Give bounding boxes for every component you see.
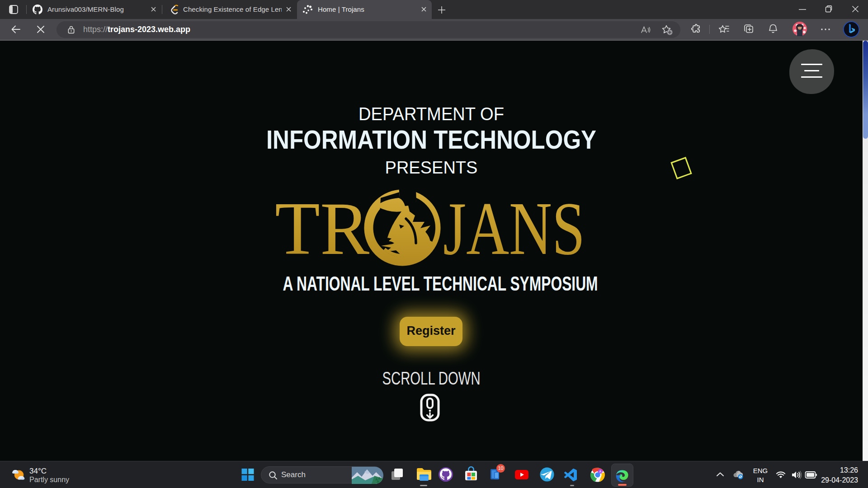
svg-text:A: A [599,469,601,474]
svg-text:TR: TR [275,188,369,267]
svg-text:JANS: JANS [443,188,585,267]
